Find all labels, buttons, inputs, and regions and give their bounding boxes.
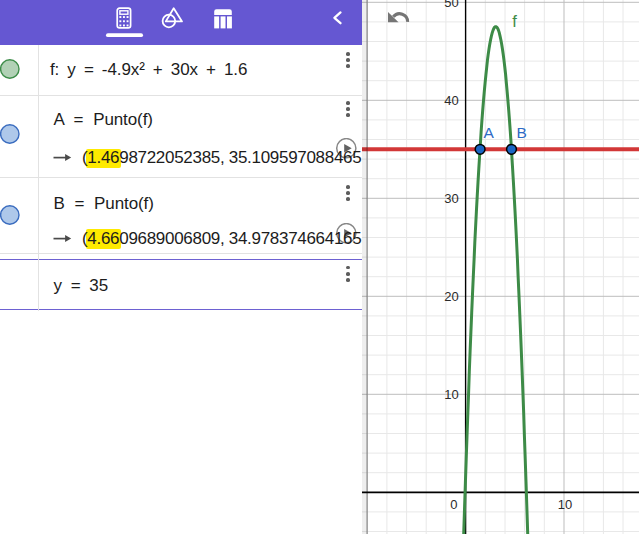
svg-text:40: 40	[444, 93, 458, 108]
svg-text:30: 30	[444, 191, 458, 206]
svg-text:10: 10	[444, 387, 458, 402]
svg-text:10: 10	[558, 497, 572, 512]
svg-text:f: f	[512, 12, 517, 30]
svg-text:0: 0	[450, 497, 457, 512]
svg-text:A: A	[484, 124, 495, 141]
svg-text:50: 50	[444, 0, 458, 10]
svg-text:20: 20	[444, 289, 458, 304]
svg-text:B: B	[517, 124, 527, 141]
